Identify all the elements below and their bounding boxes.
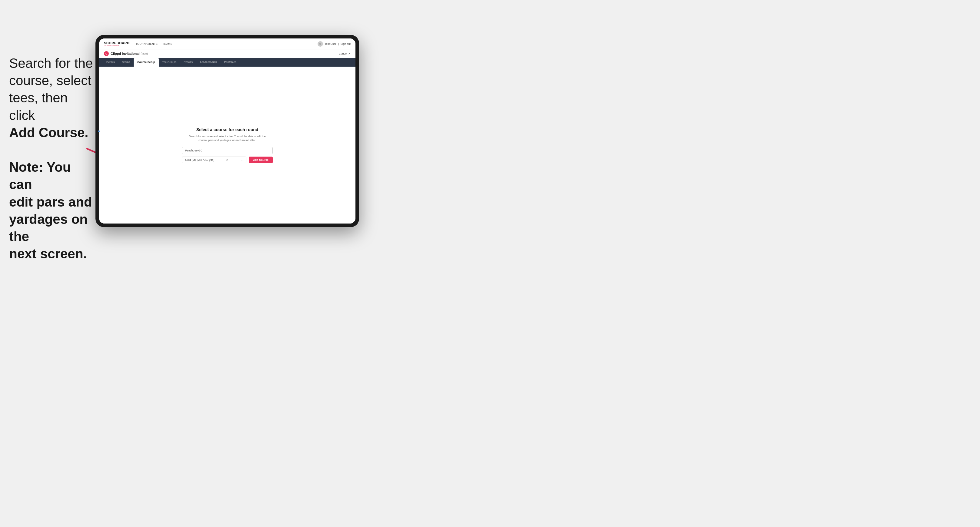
main-content: Select a course for each round Search fo… bbox=[99, 67, 355, 224]
annotation-line3: tees, then click bbox=[9, 90, 68, 122]
tab-tee-groups[interactable]: Tee Groups bbox=[159, 58, 180, 67]
annotation-note3: yardages on the bbox=[9, 212, 88, 244]
tab-leaderboards[interactable]: Leaderboards bbox=[196, 58, 221, 67]
tab-results[interactable]: Results bbox=[180, 58, 196, 67]
annotation-line1: Search for the bbox=[9, 56, 93, 71]
tournament-header: C Clippd Invitational (Men) Cancel ✕ bbox=[99, 49, 355, 58]
clear-icon[interactable]: ✕ bbox=[226, 159, 229, 162]
tablet-screen: SCOREBOARD Powered by clippd TOURNAMENTS… bbox=[99, 38, 355, 224]
top-nav-links: TOURNAMENTS TEAMS bbox=[135, 43, 317, 45]
tee-value: Gold (M) (M) (7010 yds) bbox=[185, 159, 214, 162]
tab-teams[interactable]: Teams bbox=[118, 58, 134, 67]
user-label: Test User bbox=[325, 43, 336, 45]
annotation-line2: course, select bbox=[9, 73, 91, 88]
tee-select-row: Gold (M) (M) (7010 yds) ✕ ⌄ Add Course bbox=[182, 157, 273, 163]
nav-teams[interactable]: TEAMS bbox=[162, 43, 172, 45]
annotation-note4: next screen. bbox=[9, 246, 87, 261]
annotation-block: Search for the course, select tees, then… bbox=[9, 54, 94, 262]
logo-area: SCOREBOARD Powered by clippd bbox=[104, 41, 129, 47]
nav-tournaments[interactable]: TOURNAMENTS bbox=[135, 43, 158, 45]
signout-link[interactable]: Sign out bbox=[340, 43, 351, 45]
course-search-input[interactable] bbox=[182, 147, 273, 154]
top-nav-right: B Test User | Sign out bbox=[318, 41, 351, 47]
logo-text: SCOREBOARD bbox=[104, 41, 129, 45]
tablet-device: SCOREBOARD Powered by clippd TOURNAMENTS… bbox=[95, 35, 359, 227]
user-avatar: B bbox=[318, 41, 323, 47]
logo-sub: Powered by clippd bbox=[104, 45, 129, 47]
top-nav: SCOREBOARD Powered by clippd TOURNAMENTS… bbox=[99, 38, 355, 49]
nav-separator: | bbox=[338, 43, 339, 45]
tee-select[interactable]: Gold (M) (M) (7010 yds) ✕ ⌄ bbox=[182, 157, 247, 163]
annotation-note2: edit pars and bbox=[9, 194, 92, 209]
section-title: Select a course for each round bbox=[182, 127, 273, 132]
chevron-down-icon: ⌄ bbox=[241, 159, 243, 161]
section-description: Search for a course and select a tee. Yo… bbox=[182, 135, 273, 143]
power-indicator bbox=[98, 130, 100, 132]
annotation-note1: Note: You can bbox=[9, 160, 71, 192]
add-course-button[interactable]: Add Course bbox=[249, 157, 273, 163]
tournament-title: Clippd Invitational bbox=[111, 52, 139, 56]
tournament-subtitle: (Men) bbox=[141, 52, 148, 55]
course-section: Select a course for each round Search fo… bbox=[182, 127, 273, 163]
tab-printables[interactable]: Printables bbox=[221, 58, 240, 67]
tab-nav: Details Teams Course Setup Tee Groups Re… bbox=[99, 58, 355, 67]
tournament-icon: C bbox=[104, 51, 109, 56]
cancel-button[interactable]: Cancel ✕ bbox=[339, 52, 351, 55]
tab-details[interactable]: Details bbox=[103, 58, 118, 67]
annotation-bold: Add Course. bbox=[9, 125, 89, 140]
tab-course-setup[interactable]: Course Setup bbox=[134, 58, 159, 67]
